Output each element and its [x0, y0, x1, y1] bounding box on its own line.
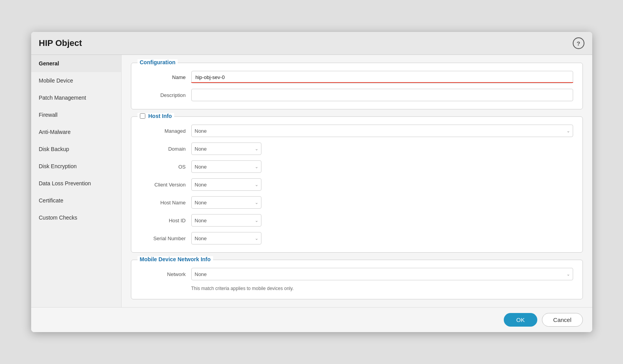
managed-select-wrapper: None ⌄	[191, 125, 573, 137]
help-button[interactable]: ?	[573, 37, 584, 49]
configuration-section: Configuration Name Description	[131, 63, 583, 109]
dialog-header: HIP Object ?	[31, 32, 592, 55]
ok-button[interactable]: OK	[504, 313, 537, 327]
host-id-label: Host ID	[141, 218, 191, 223]
sidebar-item-firewall[interactable]: Firewall	[31, 106, 121, 123]
host-id-row: Host ID None ⌄	[141, 214, 573, 227]
configuration-legend: Configuration	[138, 59, 178, 65]
domain-select-wrapper: None ⌄	[191, 142, 261, 155]
name-input-wrapper	[191, 71, 573, 83]
mobile-network-legend: Mobile Device Network Info	[138, 256, 213, 262]
host-info-checkbox[interactable]	[140, 113, 145, 119]
serial-number-row: Serial Number None ⌄	[141, 232, 573, 244]
client-version-label: Client Version	[141, 182, 191, 188]
description-label: Description	[141, 92, 191, 98]
name-label: Name	[141, 74, 191, 80]
sidebar-item-certificate[interactable]: Certificate	[31, 192, 121, 209]
host-name-row: Host Name None ⌄	[141, 196, 573, 209]
network-row: Network None ⌄	[141, 268, 573, 280]
sidebar-item-disk-backup[interactable]: Disk Backup	[31, 141, 121, 158]
dialog-footer: OK Cancel	[31, 307, 592, 332]
client-version-select[interactable]: None	[191, 178, 261, 191]
managed-label: Managed	[141, 128, 191, 134]
host-info-legend: Host Info	[138, 113, 175, 119]
host-info-section: Host Info Managed None ⌄ Domain	[131, 116, 583, 253]
hip-object-dialog: HIP Object ? General Mobile Device Patch…	[31, 32, 592, 332]
client-version-row: Client Version None ⌄	[141, 178, 573, 191]
managed-row: Managed None ⌄	[141, 125, 573, 137]
serial-number-label: Serial Number	[141, 236, 191, 241]
host-name-select-wrapper: None ⌄	[191, 196, 261, 209]
network-label: Network	[141, 271, 191, 277]
network-select-wrapper: None ⌄	[191, 268, 573, 280]
sidebar-item-anti-malware[interactable]: Anti-Malware	[31, 123, 121, 141]
os-select[interactable]: None	[191, 160, 261, 173]
sidebar: General Mobile Device Patch Management F…	[31, 55, 122, 307]
description-row: Description	[141, 89, 573, 101]
name-row: Name	[141, 71, 573, 83]
name-input[interactable]	[191, 71, 573, 83]
domain-row: Domain None ⌄	[141, 142, 573, 155]
dialog-body: General Mobile Device Patch Management F…	[31, 55, 592, 307]
os-select-wrapper: None ⌄	[191, 160, 261, 173]
dialog-title: HIP Object	[39, 38, 82, 48]
description-input[interactable]	[191, 89, 573, 101]
domain-label: Domain	[141, 146, 191, 152]
host-name-label: Host Name	[141, 200, 191, 206]
sidebar-item-custom-checks[interactable]: Custom Checks	[31, 209, 121, 226]
mobile-network-section: Mobile Device Network Info Network None …	[131, 260, 583, 299]
sidebar-item-patch-management[interactable]: Patch Management	[31, 89, 121, 106]
serial-number-select[interactable]: None	[191, 232, 261, 244]
sidebar-item-general[interactable]: General	[31, 55, 121, 72]
name-underline-indicator	[191, 82, 573, 83]
serial-number-select-wrapper: None ⌄	[191, 232, 261, 244]
os-row: OS None ⌄	[141, 160, 573, 173]
os-label: OS	[141, 164, 191, 170]
managed-select[interactable]: None	[191, 125, 573, 137]
host-id-select-wrapper: None ⌄	[191, 214, 261, 227]
sidebar-item-mobile-device[interactable]: Mobile Device	[31, 72, 121, 89]
sidebar-item-data-loss-prevention[interactable]: Data Loss Prevention	[31, 175, 121, 192]
host-id-select[interactable]: None	[191, 214, 261, 227]
main-content: Configuration Name Description	[122, 55, 592, 307]
cancel-button[interactable]: Cancel	[542, 313, 583, 327]
domain-select[interactable]: None	[191, 142, 261, 155]
host-name-select[interactable]: None	[191, 196, 261, 209]
mobile-device-info-text: This match criteria applies to mobile de…	[141, 286, 573, 291]
sidebar-item-disk-encryption[interactable]: Disk Encryption	[31, 158, 121, 175]
client-version-select-wrapper: None ⌄	[191, 178, 261, 191]
network-select[interactable]: None	[191, 268, 573, 280]
